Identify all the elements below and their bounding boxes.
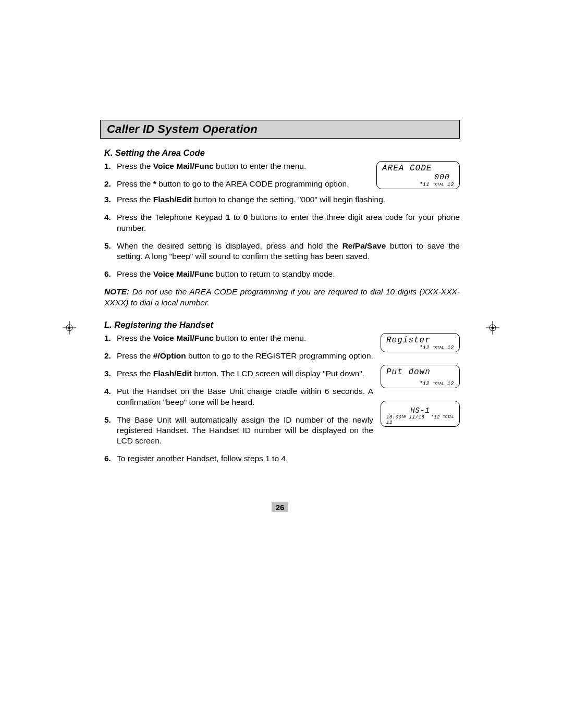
subheading-k: K. Setting the Area Code	[104, 148, 460, 158]
lcd-hs1: HS-1 10:00AM 11/18 *12 TOTAL 12	[381, 401, 460, 427]
step-l4: 4. Put the Handset on the Base Unit char…	[104, 386, 373, 407]
step-k1: 1. Press the Voice Mail/Func button to e…	[104, 161, 369, 171]
lcd-register: Register *12 TOTAL 12	[381, 333, 460, 352]
step-k4: 4. Press the Telephone Keypad 1 to 0 but…	[104, 212, 460, 233]
subheading-l: L. Registering the Handset	[104, 320, 460, 330]
crop-mark-right	[486, 321, 499, 335]
page-number: 26	[272, 502, 289, 512]
step-k6: 6. Press the Voice Mail/Func button to r…	[104, 269, 460, 279]
lcd-put-down: Put down *12 TOTAL 12	[381, 365, 460, 388]
step-l3: 3. Press the Flash/Edit button. The LCD …	[104, 368, 373, 379]
step-k5: 5. When the desired setting is displayed…	[104, 241, 460, 262]
page-content: Caller ID System Operation K. Setting th…	[100, 120, 460, 512]
step-k3: 3. Press the Flash/Edit button to change…	[104, 194, 460, 205]
section-title: Caller ID System Operation	[107, 122, 258, 135]
step-l1: 1. Press the Voice Mail/Func button to e…	[104, 333, 373, 343]
step-l6: 6. To register another Handset, follow s…	[104, 453, 373, 464]
page-number-wrap: 26	[100, 502, 460, 512]
step-l5: 5. The Base Unit will automatically assi…	[104, 415, 373, 446]
step-k2: 2. Press the * button to go to the AREA …	[104, 179, 369, 189]
note-k: NOTE: Do not use the AREA CODE programmi…	[104, 287, 460, 309]
step-l2: 2. Press the #/Option button to go to th…	[104, 351, 373, 361]
lcd-area-code: AREA CODE 000 *11 TOTAL 12	[376, 161, 460, 189]
crop-mark-left	[63, 321, 76, 335]
section-title-bar: Caller ID System Operation	[100, 120, 460, 139]
